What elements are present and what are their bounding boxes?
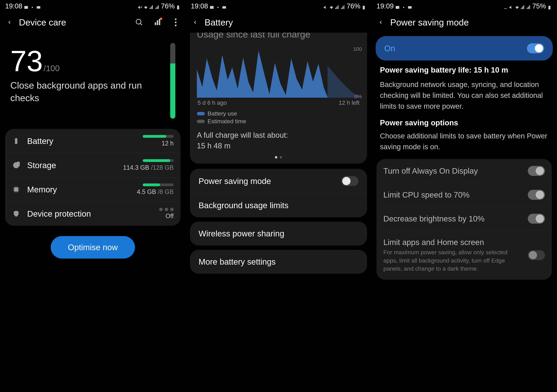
back-button[interactable] (377, 18, 385, 27)
full-charge-value: 15 h 48 m (197, 140, 360, 151)
brightness-label: Decrease brightness by 10% (383, 214, 528, 223)
signal2-icon (341, 4, 345, 8)
header: Battery (186, 12, 371, 33)
battery-pct: 76% (347, 2, 360, 10)
battery-screen: 19:08 76% Battery Usage since last full … (186, 0, 371, 392)
limit-apps-row[interactable]: Limit apps and Home screen For maximum p… (383, 231, 545, 280)
storage-icon (12, 161, 20, 169)
battery-pct: 76% (161, 2, 175, 10)
svg-rect-11 (159, 19, 160, 25)
power-settings-group: Power saving mode Background usage limit… (190, 169, 367, 217)
clock: 19:08 (191, 2, 208, 10)
notification-dot-icon (160, 17, 162, 20)
svg-rect-2 (37, 6, 41, 8)
svg-point-20 (403, 7, 404, 8)
back-button[interactable] (191, 18, 199, 27)
more-menu-icon[interactable] (171, 17, 180, 27)
legend-estimate-label: Estimated time (207, 118, 246, 125)
signal-icon (149, 4, 154, 8)
dot-icon (216, 4, 220, 8)
memory-label: Memory (27, 185, 137, 194)
protection-row[interactable]: Device protection Off (5, 202, 180, 226)
svg-point-16 (217, 7, 219, 8)
usage-chart-card[interactable]: Usage since last full charge 100 0% 5 d … (190, 33, 367, 164)
svg-rect-13 (16, 138, 17, 139)
cpu-toggle[interactable] (528, 190, 545, 200)
power-saving-mode-row[interactable]: Power saving mode (190, 169, 367, 193)
power-saving-master-toggle[interactable] (527, 43, 544, 53)
wireless-group: Wireless power sharing (190, 222, 367, 245)
brightness-toggle[interactable] (528, 214, 545, 224)
cc-icon (407, 4, 412, 8)
score-area: 73 /100 Close background apps and run ch… (0, 33, 186, 125)
svg-line-8 (140, 23, 142, 25)
power-saving-options: Turn off Always On Display Limit CPU spe… (377, 159, 552, 280)
background-limits-label: Background usage limits (198, 201, 359, 210)
limit-apps-sub: For maximum power saving, allow only sel… (383, 248, 514, 273)
svg-rect-12 (15, 139, 17, 144)
score-bar (170, 43, 175, 119)
storage-max: /128 GB (151, 164, 174, 171)
clock: 19:08 (5, 2, 22, 10)
status-bar: 19:09 75% (371, 0, 557, 12)
battery-life-text: Background network usage, syncing, and l… (380, 79, 549, 112)
svg-rect-21 (408, 6, 412, 8)
dot-icon (30, 4, 35, 8)
cc-icon (36, 4, 41, 8)
svg-rect-5 (177, 6, 179, 9)
memory-row[interactable]: Memory 4.5 GB /8 GB (5, 177, 180, 202)
options-text: Choose additional limits to save battery… (380, 131, 549, 152)
limit-apps-toggle[interactable] (528, 250, 545, 260)
svg-rect-22 (549, 6, 550, 9)
signal2-icon (526, 4, 531, 8)
wifi-icon (143, 4, 148, 8)
x-axis-right: 12 h left (339, 99, 360, 106)
signal-icon (521, 4, 525, 8)
svg-point-7 (136, 19, 141, 24)
aod-row[interactable]: Turn off Always On Display (383, 159, 545, 183)
back-button[interactable] (5, 18, 14, 27)
on-label: On (384, 44, 527, 53)
score-max: /100 (44, 64, 60, 73)
svg-rect-15 (210, 6, 214, 9)
pager-dots (197, 156, 360, 158)
options-title: Power saving options (380, 118, 549, 127)
svg-rect-14 (14, 188, 18, 192)
background-limits-row[interactable]: Background usage limits (190, 193, 367, 217)
status-bar: 19:08 76% (0, 0, 186, 12)
legend-battery-icon (197, 112, 205, 115)
mute-icon (509, 4, 514, 8)
brightness-row[interactable]: Decrease brightness by 10% (383, 207, 545, 231)
battery-row[interactable]: Battery 12 h (5, 129, 180, 153)
score-value: 73 (10, 46, 43, 76)
more-settings-row[interactable]: More battery settings (190, 250, 367, 274)
power-saving-label: Power saving mode (198, 176, 341, 186)
page-title: Device care (19, 17, 126, 27)
power-saving-toggle[interactable] (341, 176, 359, 186)
wireless-power-row[interactable]: Wireless power sharing (190, 222, 367, 245)
legend-estimate-icon (197, 120, 205, 123)
y-axis-top: 100 (353, 46, 362, 52)
more-label: More battery settings (198, 257, 359, 267)
aod-label: Turn off Always On Display (383, 166, 528, 176)
svg-point-1 (32, 7, 33, 8)
optimise-button[interactable]: Optimise now (51, 236, 135, 259)
chart-icon[interactable] (153, 17, 162, 27)
chart-header: Usage since last full charge (197, 33, 360, 41)
aod-toggle[interactable] (528, 166, 545, 176)
svg-rect-19 (396, 6, 399, 9)
cpu-label: Limit CPU speed to 70% (383, 190, 528, 199)
clock: 19:09 (377, 2, 394, 10)
battery-icon (361, 4, 366, 8)
storage-row[interactable]: Storage 114.3 GB /128 GB (5, 153, 180, 177)
battery-icon (12, 137, 20, 145)
full-charge-text: A full charge will last about: (197, 130, 360, 140)
cc-icon (222, 4, 227, 8)
power-saving-on-card[interactable]: On (376, 36, 553, 60)
image-icon (395, 4, 400, 8)
care-list: Battery 12 h Storage 114.3 GB /128 GB Me… (5, 129, 180, 226)
legend-battery-label: Battery use (207, 110, 237, 117)
search-icon[interactable] (134, 17, 144, 27)
cpu-row[interactable]: Limit CPU speed to 70% (383, 183, 545, 207)
memory-icon (12, 185, 20, 194)
